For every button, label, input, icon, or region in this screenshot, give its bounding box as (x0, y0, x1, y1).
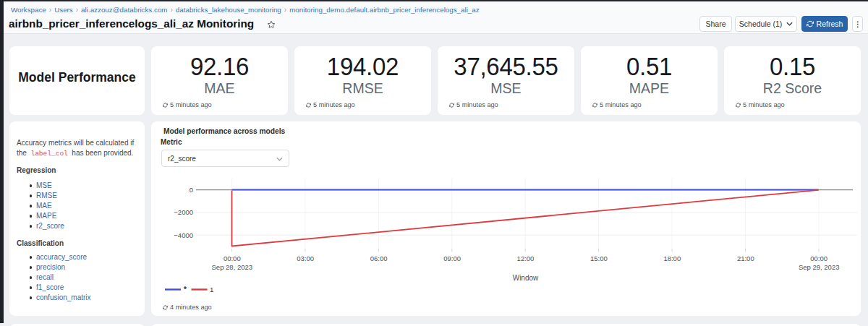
svg-text:00:00: 00:00 (810, 254, 827, 262)
svg-text:0: 0 (190, 186, 193, 194)
svg-text:03:00: 03:00 (297, 254, 314, 262)
svg-text:12:00: 12:00 (517, 254, 535, 262)
svg-text:15:00: 15:00 (590, 254, 608, 262)
svg-text:00:00: 00:00 (224, 254, 241, 262)
svg-text:06:00: 06:00 (370, 254, 388, 262)
svg-text:Sep 28, 2023: Sep 28, 2023 (212, 263, 253, 271)
svg-text:1: 1 (210, 286, 213, 293)
svg-text:18:00: 18:00 (663, 254, 681, 262)
svg-text:*: * (184, 286, 187, 293)
svg-text:21:00: 21:00 (737, 254, 754, 262)
svg-text:−2000: −2000 (174, 208, 193, 216)
svg-text:09:00: 09:00 (443, 254, 461, 262)
svg-text:Window: Window (513, 274, 539, 282)
svg-text:Sep 29, 2023: Sep 29, 2023 (799, 263, 840, 271)
svg-text:−4000: −4000 (174, 231, 193, 239)
